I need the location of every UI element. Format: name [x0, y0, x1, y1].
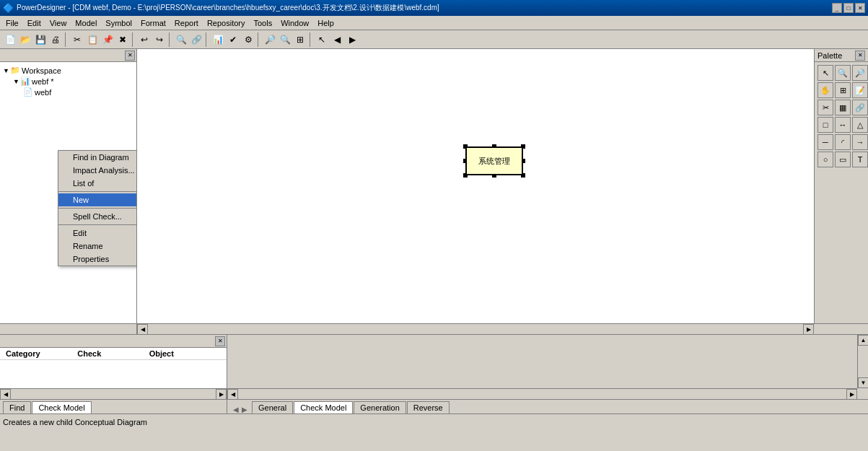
zoom-all-button[interactable]: ⊞	[293, 32, 307, 47]
minimize-button[interactable]: _	[832, 3, 842, 13]
window-controls: _ □ ✕	[832, 3, 865, 13]
ctx-edit[interactable]: Edit	[58, 227, 137, 240]
paste-button[interactable]: 📌	[100, 32, 115, 47]
menu-format[interactable]: Format	[136, 17, 170, 29]
bl-hscroll-track[interactable]	[11, 389, 216, 399]
diagram-area[interactable]: 系统管理	[137, 49, 814, 323]
palette-entity[interactable]: □	[817, 117, 833, 133]
ctx-impact[interactable]: Impact Analysis... Ctrl+F11	[58, 164, 137, 177]
toolbar-sep-6	[310, 32, 312, 47]
ctx-impact-label: Impact Analysis...	[73, 166, 135, 175]
menu-window[interactable]: Window	[276, 17, 313, 29]
left-tab-row: Find Check Model	[0, 400, 227, 413]
entity-box[interactable]: 系统管理	[465, 146, 523, 175]
tree-item-3[interactable]: 📄 webf	[3, 87, 133, 97]
tab-find[interactable]: Find	[3, 401, 31, 413]
palette-curve[interactable]: ◜	[835, 134, 851, 150]
palette-rect[interactable]: ▭	[835, 152, 851, 167]
palette-link[interactable]: 🔗	[852, 100, 868, 115]
palette-hand[interactable]: ✋	[817, 82, 833, 98]
ctx-new[interactable]: New ▶	[58, 193, 137, 206]
bottom-left-close[interactable]: ✕	[215, 336, 225, 346]
menu-model[interactable]: Model	[71, 17, 101, 29]
redo-button[interactable]: ↪	[152, 32, 167, 47]
menu-repository[interactable]: Repository	[203, 17, 250, 29]
right-nav-right[interactable]: ▶	[242, 406, 247, 413]
open-button[interactable]: 📂	[18, 32, 32, 47]
tab-check-model-left[interactable]: Check Model	[32, 401, 91, 413]
palette-inh[interactable]: △	[852, 117, 868, 133]
menu-file[interactable]: File	[1, 17, 23, 29]
ctx-new-label: New	[73, 196, 89, 204]
ctx-find-diagram[interactable]: Find in Diagram Ctrl+Shift+F	[58, 151, 137, 164]
palette-arrow[interactable]: →	[852, 134, 868, 150]
tab-general[interactable]: General	[252, 401, 293, 413]
forward-button[interactable]: ▶	[345, 32, 359, 47]
tree-workspace[interactable]: ▼ 📁 Workspace	[3, 65, 133, 76]
cut-button[interactable]: ✂	[70, 32, 84, 47]
ctx-properties[interactable]: Properties Alt+Enter	[58, 253, 137, 266]
palette-grid[interactable]: ▦	[835, 100, 851, 115]
br-hscroll-left[interactable]: ◀	[227, 389, 238, 399]
palette-note[interactable]: 📝	[852, 82, 868, 98]
tab-reverse[interactable]: Reverse	[407, 401, 450, 413]
palette-rel[interactable]: ↔	[835, 117, 851, 133]
maximize-button[interactable]: □	[843, 3, 854, 13]
zoom-in-button[interactable]: 🔎	[263, 32, 277, 47]
menu-help[interactable]: Help	[313, 17, 338, 29]
save-button[interactable]: 💾	[33, 32, 48, 47]
palette-zoom-out[interactable]: 🔎	[852, 65, 868, 81]
hscroll-right[interactable]: ▶	[803, 324, 814, 335]
ctx-list[interactable]: List of ▶	[58, 177, 137, 190]
generate-button[interactable]: ⚙	[241, 32, 255, 47]
palette-ellipse[interactable]: ○	[817, 152, 833, 167]
left-panel-close[interactable]: ✕	[125, 51, 135, 61]
pointer-button[interactable]: ↖	[315, 32, 329, 47]
menu-symbol[interactable]: Symbol	[101, 17, 136, 29]
right-nav-left[interactable]: ◀	[233, 406, 239, 413]
zoom-out-button[interactable]: 🔍	[278, 32, 292, 47]
palette-zoom[interactable]: 🔍	[835, 65, 851, 81]
bl-hscrollbar: ◀ ▶	[0, 388, 227, 399]
back-button[interactable]: ◀	[330, 32, 344, 47]
new-button[interactable]: 📄	[3, 32, 17, 47]
menu-edit[interactable]: Edit	[23, 17, 45, 29]
bl-hscroll-right[interactable]: ▶	[216, 389, 227, 399]
br-vscroll-down[interactable]: ▼	[858, 377, 868, 388]
palette-cut[interactable]: ✂	[817, 100, 833, 115]
undo-button[interactable]: ↩	[137, 32, 152, 47]
br-hscroll-track[interactable]	[238, 389, 846, 399]
br-hscroll-right[interactable]: ▶	[846, 389, 857, 399]
find-button[interactable]: 🔍	[174, 32, 188, 47]
palette-pointer[interactable]: ↖	[817, 65, 833, 81]
br-vscroll-track[interactable]	[858, 346, 868, 360]
br-vscrollbar: ▲ ▼	[857, 335, 868, 388]
tab-check-model-right[interactable]: Check Model	[294, 401, 353, 413]
br-vscroll-up[interactable]: ▲	[858, 335, 868, 346]
menu-report[interactable]: Report	[170, 17, 203, 29]
copy-button[interactable]: 📋	[85, 32, 100, 47]
hscroll-track[interactable]	[148, 324, 803, 334]
palette-panel: Palette ✕ ↖ 🔍 🔎 ✋ ⊞ 📝 ✂ ▦ 🔗 □ ↔ △ ─ ◜ → …	[814, 49, 868, 323]
check-button[interactable]: ✔	[226, 32, 240, 47]
ctx-spell[interactable]: Spell Check...	[58, 210, 137, 223]
menu-tools[interactable]: Tools	[249, 17, 276, 29]
bl-hscroll-left[interactable]: ◀	[0, 389, 11, 399]
palette-text[interactable]: T	[852, 152, 868, 167]
print-button[interactable]: 🖨	[48, 32, 63, 47]
palette-line[interactable]: ─	[817, 134, 833, 150]
close-button[interactable]: ✕	[855, 3, 865, 13]
toolbar-sep-5	[258, 32, 260, 47]
palette-snap[interactable]: ⊞	[835, 82, 851, 98]
impact-button[interactable]: 🔗	[189, 32, 203, 47]
toolbar-sep-1	[65, 32, 68, 47]
ctx-rename[interactable]: Rename F2	[58, 240, 137, 253]
webf-label: webf *	[32, 77, 54, 86]
hscroll-left[interactable]: ◀	[137, 324, 148, 335]
diagram-button[interactable]: 📊	[211, 32, 225, 47]
tab-generation[interactable]: Generation	[354, 401, 405, 413]
tree-webf[interactable]: ▼ 📊 webf *	[3, 76, 133, 87]
palette-close[interactable]: ✕	[855, 51, 865, 61]
delete-button[interactable]: ✖	[115, 32, 130, 47]
menu-view[interactable]: View	[45, 17, 71, 29]
